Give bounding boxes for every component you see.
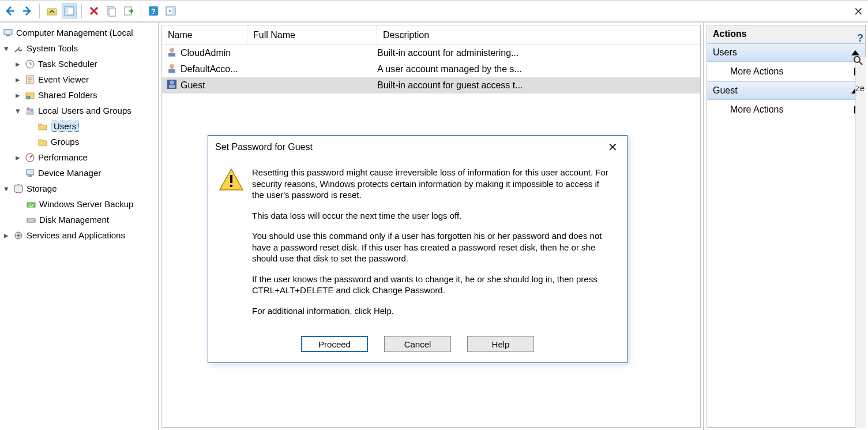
tree-label: Local Users and Groups [38, 106, 131, 115]
cancel-button[interactable]: Cancel [384, 336, 451, 352]
tree-performance[interactable]: ▸ Performance [0, 149, 158, 165]
dialog-paragraph: This data loss will occur the next time … [252, 210, 613, 222]
svg-point-27 [17, 234, 20, 237]
collapse-icon[interactable] [851, 50, 859, 55]
chevron-down-icon[interactable]: ▾ [2, 185, 10, 193]
tree-label: Task Scheduler [38, 59, 97, 69]
properties-icon [106, 5, 117, 17]
chevron-down-icon[interactable]: ▾ [14, 107, 22, 115]
services-icon [13, 230, 24, 241]
chevron-right-icon[interactable]: ▸ [2, 231, 10, 240]
tree-label: Shared Folders [38, 90, 97, 100]
tree-task-scheduler[interactable]: ▸ Task Scheduler [0, 56, 158, 72]
tree-disk-management[interactable]: Disk Management [0, 212, 158, 227]
delete-button[interactable] [87, 3, 102, 18]
help-icon: ? [148, 5, 159, 17]
tree-label: Storage [27, 184, 57, 193]
svg-rect-34 [169, 85, 175, 88]
user-disabled-icon [167, 79, 177, 92]
export-button[interactable] [121, 3, 136, 18]
dialog-title-text: Set Password for Guest [215, 142, 313, 152]
list-header[interactable]: Name Full Name Description [162, 25, 700, 45]
actions-more-users[interactable]: More Actions [707, 62, 865, 81]
tree-label: Disk Management [39, 215, 109, 225]
computer-icon [2, 27, 14, 39]
col-header-fullname[interactable]: Full Name [247, 25, 377, 44]
col-header-description[interactable]: Description [377, 25, 700, 44]
tree-label: Users [51, 121, 79, 132]
help-button[interactable]: ? [146, 3, 161, 18]
export-icon [123, 5, 134, 17]
cell-name: Guest [181, 80, 205, 91]
up-button[interactable] [44, 3, 59, 18]
forward-icon [21, 5, 33, 17]
toolbar-separator [141, 3, 141, 18]
svg-point-15 [27, 96, 30, 99]
svg-rect-2 [65, 7, 68, 15]
folder-icon [37, 121, 48, 132]
folder-up-icon [46, 5, 58, 17]
tree-label: Computer Management (Local [16, 28, 133, 38]
cell-description: Built-in account for guest access t... [377, 80, 700, 91]
svg-rect-37 [230, 175, 232, 183]
svg-point-35 [854, 57, 860, 62]
delete-icon [88, 5, 100, 17]
svg-point-25 [33, 220, 35, 221]
tree-windows-server-backup[interactable]: Windows Server Backup [0, 196, 158, 212]
list-row[interactable]: CloudAdmin Built-in account for administ… [162, 45, 700, 61]
shared-folder-icon [24, 89, 36, 101]
actions-section-guest[interactable]: Guest [707, 81, 865, 100]
tree-system-tools[interactable]: ▾ System Tools [0, 40, 158, 56]
help-button[interactable]: Help [467, 336, 534, 352]
dialog-text: Resetting this password might cause irre… [252, 167, 613, 326]
svg-point-28 [170, 48, 174, 53]
tree-local-users-groups[interactable]: ▾ Local Users and Groups [0, 103, 158, 118]
actions-section-label: Guest [713, 85, 738, 96]
svg-text:?: ? [151, 7, 156, 16]
device-icon [24, 167, 36, 179]
back-button[interactable] [2, 3, 17, 18]
show-hide-tree-button[interactable] [62, 3, 77, 18]
svg-rect-31 [168, 69, 175, 73]
actions-item-label: More Actions [730, 66, 783, 77]
chevron-down-icon[interactable]: ▾ [2, 44, 10, 53]
tree-label: Event Viewer [38, 74, 89, 84]
close-icon[interactable]: ✕ [854, 5, 863, 18]
chevron-right-icon[interactable]: ▸ [14, 154, 22, 162]
tree-services-apps[interactable]: ▸ Services and Applications [0, 227, 158, 243]
proceed-button[interactable]: Proceed [301, 336, 368, 352]
chevron-right-icon[interactable]: ▸ [14, 76, 22, 84]
tree-event-viewer[interactable]: ▸ Event Viewer [0, 72, 158, 87]
search-icon[interactable] [853, 55, 863, 69]
actions-more-guest[interactable]: More Actions [707, 100, 865, 119]
close-icon[interactable]: ✕ [604, 139, 621, 155]
tree-root[interactable]: Computer Management (Local [0, 25, 158, 40]
tree-groups[interactable]: Groups [0, 134, 158, 149]
tree-storage[interactable]: ▾ Storage [0, 181, 158, 196]
storage-icon [13, 183, 24, 195]
navigation-tree[interactable]: Computer Management (Local ▾ System Tool… [0, 23, 159, 430]
scrollbar[interactable] [855, 57, 866, 428]
show-hide-action-button[interactable] [163, 3, 178, 18]
dialog-paragraph: You should use this command only if a us… [252, 230, 613, 264]
clock-icon [24, 58, 36, 70]
chevron-right-icon[interactable]: ▸ [14, 60, 22, 68]
properties-button[interactable] [104, 3, 119, 18]
performance-icon [24, 152, 36, 163]
list-row[interactable]: DefaultAcco... A user account managed by… [162, 61, 700, 77]
dialog-titlebar[interactable]: Set Password for Guest ✕ [208, 136, 627, 160]
dialog-body: Resetting this password might cause irre… [208, 160, 627, 330]
warning-icon [219, 167, 244, 192]
actions-item-label: More Actions [730, 104, 783, 115]
chevron-right-icon[interactable]: ▸ [14, 91, 22, 99]
list-row-selected[interactable]: Guest Built-in account for guest access … [162, 77, 700, 94]
forward-button[interactable] [20, 3, 35, 18]
tree-shared-folders[interactable]: ▸ Shared Folders [0, 87, 158, 103]
tree-label: System Tools [27, 43, 78, 53]
help-icon[interactable]: ? [857, 32, 863, 44]
tree-users[interactable]: Users [0, 118, 158, 134]
tree-device-manager[interactable]: ▸ Device Manager [0, 165, 158, 181]
actions-section-users[interactable]: Users [707, 43, 865, 62]
tools-icon [13, 43, 24, 54]
col-header-name[interactable]: Name [162, 25, 247, 44]
